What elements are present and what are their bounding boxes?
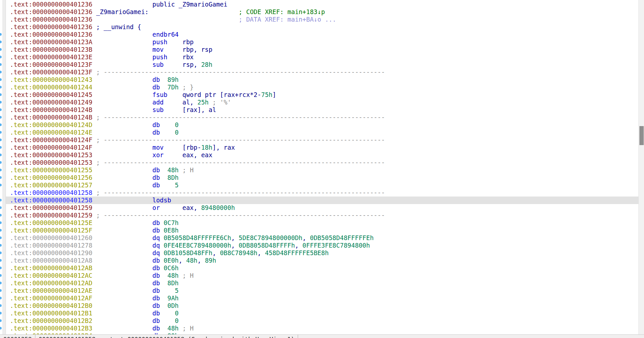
asm-line[interactable]: .text:0000000000401260 dq 0B5058D48FFFFF… [6,234,638,242]
line-address: .text:0000000000401236 [10,16,92,23]
line-text: dq [152,242,164,249]
line-address: .text:000000000040123B [10,46,92,53]
line-text: 0C7h [164,219,179,226]
asm-line[interactable]: .text:0000000000401236 ; DATA XREF: main… [6,16,638,23]
asm-line[interactable]: .text:000000000040123F sub rsp, 28h [6,61,638,68]
asm-line[interactable]: .text:00000000004012AD db 8Dh [6,279,638,287]
asm-line[interactable]: .text:0000000000401278 dq 0FE4EE8C789480… [6,242,638,249]
asm-line[interactable]: .text:00000000004012B0 db 0Dh [6,302,638,310]
asm-line[interactable]: .text:00000000004012B2 db 0 [6,317,638,325]
asm-line[interactable]: .text:000000000040124F mov [rbp-18h], ra… [6,144,638,151]
asm-line[interactable]: .text:00000000004012AF db 9Ah [6,294,638,302]
line-text: 0Dh [164,302,179,309]
asm-line[interactable]: .text:0000000000401255 db 48h ; H [6,166,638,174]
item-dot-icon [0,86,2,88]
line-text: , [231,234,239,241]
asm-line[interactable]: .text:00000000004012AB db 0C6h [6,264,638,272]
asm-line[interactable]: .text:0000000000401236 _Z9marioGamei: ; … [6,8,638,16]
line-text: 8Dh [164,279,179,287]
asm-line[interactable]: .text:00000000004012B3 db 48h ; H [6,325,638,332]
asm-line[interactable]: .text:000000000040124B ; ---------------… [6,114,638,121]
item-dot-icon [0,244,2,247]
line-text: 28h [201,61,212,68]
item-dot-icon [0,267,2,269]
line-text [92,166,152,174]
line-text: ; --------------------------------------… [96,114,385,121]
asm-line[interactable]: .text:000000000040124D db 0 [6,121,638,129]
asm-line[interactable]: .text:000000000040123F ; ---------------… [6,68,638,76]
line-text [92,294,152,302]
asm-line[interactable]: .text:00000000004012AE db 5 [6,287,638,294]
line-text [92,76,152,83]
scrollbar-thumb[interactable] [639,126,644,145]
line-text: al, [182,99,197,106]
asm-line[interactable]: .text:000000000040123B mov rbp, rsp [6,46,638,53]
line-text [92,227,152,234]
asm-line[interactable]: .text:0000000000401258 ; ---------------… [6,189,638,197]
line-text: ; __unwind { [96,23,141,30]
asm-line[interactable]: .text:0000000000401259 or eax, 89480000h [6,204,638,212]
line-text: ; DATA XREF: main+BA↓o ... [239,16,336,23]
asm-line[interactable]: .text:000000000040125F db 0E8h [6,227,638,234]
status-address-detail: 0000000000401258: .text:0000000000401258… [35,335,298,338]
disassembly-view[interactable]: .text:0000000000401236 public _Z9marioGa… [0,1,638,338]
item-dot-icon [0,184,2,186]
asm-line[interactable]: .text:0000000000401258 lodsb [6,197,638,204]
asm-line[interactable]: .text:000000000040123A push rbp [6,38,638,46]
line-address: .text:0000000000401257 [10,181,92,189]
line-text [92,249,152,256]
item-dot-icon [0,161,2,164]
asm-line[interactable]: .text:0000000000401257 db 5 [6,181,638,189]
line-text: fsub [152,91,183,98]
line-text: ] [272,91,276,98]
asm-line[interactable]: .text:0000000000401244 db 7Dh ; } [6,84,638,91]
asm-line[interactable]: .text:000000000040123E push rbx [6,53,638,61]
asm-line[interactable]: .text:00000000004012AC db 48h ; H [6,272,638,279]
asm-line[interactable]: .text:000000000040124E db 0 [6,129,638,136]
asm-line[interactable]: .text:0000000000401253 ; ---------------… [6,159,638,166]
line-text [92,38,152,46]
asm-line[interactable]: .text:0000000000401290 dq 0DB1058D48FFh,… [6,249,638,257]
line-text: _Z9marioGamei [179,1,228,8]
line-address: .text:00000000004012AE [10,287,92,294]
line-text: lodsb [152,197,171,204]
asm-line[interactable]: .text:0000000000401245 fsub qword ptr [r… [6,91,638,99]
line-address: .text:0000000000401245 [10,91,92,98]
line-text: 8Dh [164,174,179,181]
line-address: .text:0000000000401244 [10,84,92,91]
line-text: db [152,129,164,136]
asm-line[interactable]: .text:0000000000401253 xor eax, eax [6,151,638,159]
line-text [92,302,152,309]
line-text [92,91,152,98]
vertical-scrollbar[interactable] [638,0,644,338]
line-address: .text:00000000004012B0 [10,302,92,309]
item-dot-icon [0,274,2,277]
asm-line[interactable]: .text:0000000000401236 public _Z9marioGa… [6,1,638,8]
line-address: .text:00000000004012B2 [10,317,92,324]
line-address: .text:0000000000401243 [10,76,92,83]
line-text [92,151,152,159]
asm-line[interactable]: .text:0000000000401236 ; __unwind { [6,23,638,31]
line-text: db [152,317,164,324]
item-dot-icon [0,176,2,179]
line-address: .text:0000000000401236 [10,1,92,8]
line-text: rbx [182,53,193,61]
asm-line[interactable]: .text:00000000004012A8 db 0E0h, 48h, 89h [6,257,638,264]
asm-line[interactable]: .text:0000000000401256 db 8Dh [6,174,638,181]
asm-line[interactable]: .text:0000000000401236 endbr64 [6,31,638,38]
line-text [92,242,152,249]
asm-line[interactable]: .text:0000000000401243 db 89h [6,76,638,84]
asm-line[interactable]: .text:00000000004012B1 db 0 [6,310,638,317]
asm-line[interactable]: .text:0000000000401249 add al, 25h ; '%' [6,99,638,106]
asm-line[interactable]: .text:000000000040124B sub [rax], al [6,106,638,114]
line-text [92,310,152,317]
line-text [92,99,152,106]
line-text: 9Ah [164,294,179,302]
asm-line[interactable]: .text:000000000040124F ; ---------------… [6,136,638,144]
asm-line[interactable]: .text:0000000000401259 ; ---------------… [6,212,638,219]
line-text: ; --------------------------------------… [96,212,385,219]
line-text [92,144,152,151]
item-dot-icon [0,101,2,103]
line-text: 0 [164,317,179,324]
asm-line[interactable]: .text:000000000040125E db 0C7h [6,219,638,227]
